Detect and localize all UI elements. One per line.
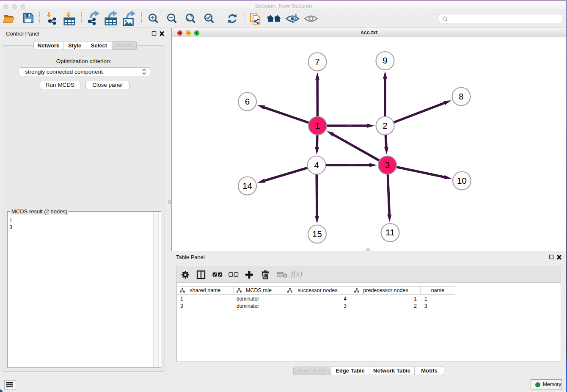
svg-text:8: 8 <box>459 91 463 101</box>
svg-text:7: 7 <box>315 57 319 66</box>
svg-text:14: 14 <box>242 181 252 190</box>
svg-text:10: 10 <box>457 176 467 185</box>
svg-text:6: 6 <box>245 97 250 106</box>
svg-text:2: 2 <box>383 121 387 130</box>
svg-text:15: 15 <box>312 229 322 239</box>
svg-text:1: 1 <box>315 121 320 130</box>
svg-text:9: 9 <box>383 55 387 65</box>
svg-text:11: 11 <box>385 227 394 237</box>
svg-text:3: 3 <box>385 160 390 170</box>
svg-text:4: 4 <box>314 160 319 170</box>
